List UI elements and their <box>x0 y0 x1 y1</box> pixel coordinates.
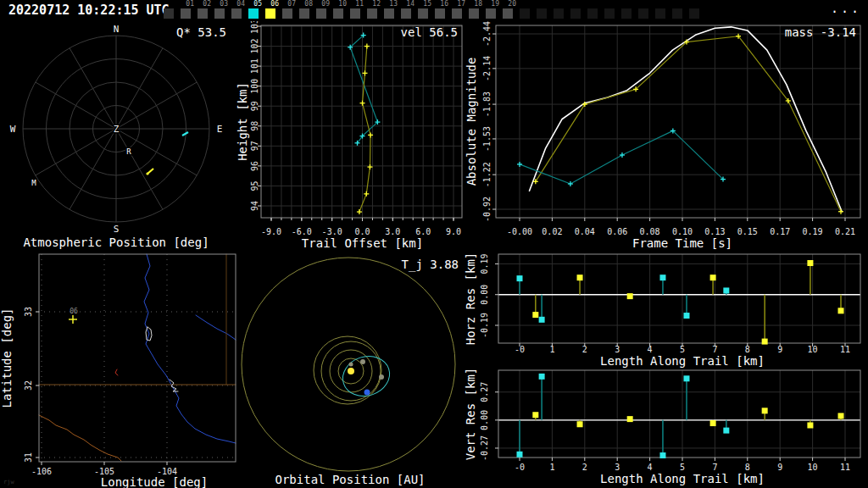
stem-yellow <box>627 293 633 299</box>
svg-text:97: 97 <box>250 141 259 151</box>
planet-dot-2 <box>360 359 365 364</box>
panel-height-profile: -9.0-6.0-3.00.03.06.09.01031021011009998… <box>236 19 462 250</box>
station-box-19[interactable]: 19 <box>486 8 496 19</box>
river-pecos <box>144 254 236 443</box>
station-box-label: 01 <box>186 1 194 8</box>
station-box-14[interactable]: 14 <box>401 8 411 19</box>
timestamp: 20220712 10:22:15 UTC <box>8 0 170 21</box>
svg-text:31: 31 <box>24 452 33 463</box>
station-06-site-marker: 06 <box>69 308 78 324</box>
svg-text:9: 9 <box>777 463 782 472</box>
station-box-10[interactable]: 10 <box>333 8 343 19</box>
compass-east-label: E <box>217 124 223 135</box>
svg-text:06: 06 <box>70 308 78 315</box>
svg-text:1: 1 <box>549 345 554 354</box>
vert_res-ylabel: Vert Res [km] <box>464 368 477 461</box>
station-box-20[interactable]: 20 <box>503 8 513 19</box>
stem-cyan <box>539 374 545 420</box>
station-box-13[interactable]: 13 <box>384 8 394 19</box>
earth-dot <box>364 390 370 396</box>
station-box-label: 14 <box>406 1 415 8</box>
svg-text:-0.19: -0.19 <box>480 313 489 338</box>
svg-text:7: 7 <box>712 345 717 354</box>
station-box-label: 18 <box>474 1 482 8</box>
station-box-12[interactable]: 12 <box>367 8 377 19</box>
svg-text:-106: -106 <box>31 467 52 476</box>
plot-grid <box>261 25 462 218</box>
stem-yellow <box>577 274 583 295</box>
axis-ticks <box>495 392 845 461</box>
meteor-streak-station05 <box>182 132 188 136</box>
svg-text:8: 8 <box>745 345 750 354</box>
planet-dot-3 <box>379 374 384 380</box>
panel-horz-res: -01234578910110.190.00-0.19Length Along … <box>464 252 860 368</box>
plot-grid <box>496 25 860 218</box>
svg-text:-0: -0 <box>515 345 525 354</box>
sun-marker <box>348 368 354 374</box>
overflow-menu[interactable]: ... <box>831 1 861 16</box>
svg-text:-9.0: -9.0 <box>261 227 281 236</box>
svg-text:-1.53: -1.53 <box>482 126 492 152</box>
horz_res-xlabel: Length Along Trail [km] <box>600 354 765 368</box>
station-box-02[interactable]: 02 <box>198 8 208 19</box>
river-northeast <box>196 315 236 340</box>
station-box-08[interactable]: 08 <box>299 8 309 19</box>
svg-text:-3.0: -3.0 <box>322 227 342 236</box>
station-box-empty <box>520 8 530 19</box>
stem-cyan <box>723 420 729 434</box>
svg-text:98: 98 <box>250 121 259 131</box>
svg-text:-2.14: -2.14 <box>482 56 492 81</box>
station-box-label: 12 <box>372 1 381 8</box>
svg-text:6.0: 6.0 <box>415 227 431 236</box>
station-box-16[interactable]: 16 <box>435 8 445 19</box>
station-box-label: 15 <box>423 1 431 8</box>
height_profile-xlabel: Trail Offset [km] <box>302 236 423 250</box>
station-box-15[interactable]: 15 <box>418 8 428 19</box>
svg-text:-0.92: -0.92 <box>482 197 492 222</box>
stem-yellow <box>762 408 768 420</box>
compass-south-label: S <box>114 224 120 235</box>
station-box-17[interactable]: 17 <box>452 8 462 19</box>
station-box-03[interactable]: 03 <box>214 8 225 19</box>
panel-orbital-position: T_j 3.88Orbital Position [AU] <box>242 258 459 486</box>
horz_res-ylabel: Horz Res [km] <box>464 252 477 346</box>
tisserand-annotation: T_j 3.88 <box>402 258 459 272</box>
svg-text:0.13: 0.13 <box>704 227 725 236</box>
station-box-04[interactable]: 04 <box>231 8 242 19</box>
compass-west-label: W <box>10 124 16 135</box>
svg-text:2: 2 <box>582 463 587 472</box>
station-box-empty <box>689 8 699 19</box>
mars-orbit <box>314 336 381 404</box>
svg-text:-1.22: -1.22 <box>482 162 492 187</box>
station-box-18[interactable]: 18 <box>469 8 479 19</box>
station-box-empty <box>587 8 598 19</box>
station-box-06[interactable]: 06 <box>265 8 275 19</box>
compass-north-label: N <box>114 24 120 35</box>
station-box-label: 02 <box>203 1 211 8</box>
svg-text:-0.27: -0.27 <box>480 435 489 461</box>
svg-text:0.0: 0.0 <box>354 227 370 236</box>
svg-text:9: 9 <box>777 345 782 354</box>
svg-text:95: 95 <box>250 180 259 191</box>
svg-text:1: 1 <box>549 463 554 472</box>
station-box-11[interactable]: 11 <box>350 8 360 19</box>
stem-yellow <box>627 416 633 422</box>
station-box-label: 05 <box>253 1 262 8</box>
station-box-05[interactable]: 05 <box>248 8 259 19</box>
svg-text:M: M <box>31 179 36 187</box>
plot-grid <box>498 254 860 343</box>
light_curve-ylabel: Absolute Magnitude <box>465 58 478 186</box>
station-box-empty <box>655 8 665 19</box>
stem-cyan <box>659 420 665 458</box>
station-box-01[interactable]: 01 <box>181 8 191 19</box>
station-box-07[interactable]: 07 <box>282 8 292 19</box>
station-box-09[interactable]: 09 <box>316 8 326 19</box>
station-06-mags <box>533 34 843 214</box>
svg-text:-6.0: -6.0 <box>292 227 312 236</box>
station-box-label: 08 <box>304 1 313 8</box>
stem-yellow <box>532 412 538 420</box>
stem-cyan <box>683 295 689 319</box>
station-box-label: 06 <box>270 1 279 8</box>
svg-text:10: 10 <box>808 345 818 354</box>
axis-ticks <box>258 26 453 221</box>
